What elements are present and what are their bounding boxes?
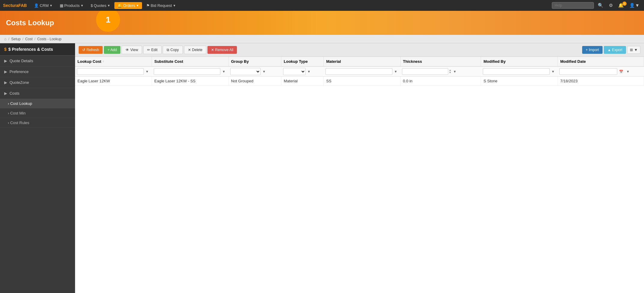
data-table: Lookup Cost ↑ Substitute Cost Group By bbox=[75, 57, 644, 86]
top-navigation: SecturaFAB 👤 CRM ▼ ▦ Products ▼ $ Quotes… bbox=[0, 0, 644, 11]
main-content: ↺ Refresh + Add 👁 View ✏ Edit ⧉ Copy ✕ D… bbox=[75, 43, 644, 293]
sidebar-item-quotezone[interactable]: ▶ QuoteZone bbox=[0, 77, 75, 88]
filter-select-group-by[interactable]: Not Grouped bbox=[230, 68, 261, 75]
home-icon[interactable]: ⌂ bbox=[4, 37, 7, 41]
columns-icon: ⊞ bbox=[630, 48, 633, 52]
toolbar-right: + Import ▲ Export ⊞ ▼ bbox=[582, 46, 640, 54]
table-row[interactable]: Eagle Laser 12KWEagle Laser 12KW - SSNot… bbox=[75, 77, 644, 86]
col-substitute-cost: Substitute Cost bbox=[152, 57, 229, 66]
nav-right-section: 🔍 ⚙ 🔔 0 👤▼ bbox=[552, 2, 641, 9]
filter-date-picker-btn[interactable]: 📅 bbox=[618, 69, 624, 74]
filter-cell-material: ▼ bbox=[324, 66, 401, 77]
nav-crm[interactable]: 👤 CRM ▼ bbox=[31, 2, 56, 9]
col-modified-date: Modified Date bbox=[558, 57, 644, 66]
cell-substitute-cost: Eagle Laser 12KW - SS bbox=[152, 77, 229, 86]
breadcrumb-cost[interactable]: Cost bbox=[25, 37, 33, 41]
view-button[interactable]: 👁 View bbox=[122, 46, 142, 54]
filter-btn-substitute-cost[interactable]: ▼ bbox=[221, 69, 227, 74]
cost-rules-arrow: › bbox=[8, 121, 10, 125]
col-lookup-cost: Lookup Cost ↑ bbox=[75, 57, 152, 66]
settings-icon[interactable]: ⚙ bbox=[607, 2, 614, 9]
filter-btn-group-by[interactable]: ▼ bbox=[261, 69, 267, 74]
quote-details-arrow: ▶ bbox=[4, 59, 7, 63]
crm-icon: 👤 bbox=[34, 3, 39, 8]
filter-input-lookup-cost[interactable] bbox=[77, 68, 144, 75]
import-button[interactable]: + Import bbox=[582, 46, 603, 54]
dollar-icon: $ bbox=[4, 47, 7, 52]
bid-request-icon: ⚑ bbox=[146, 3, 150, 8]
table-header-row: Lookup Cost ↑ Substitute Cost Group By bbox=[75, 57, 644, 66]
sidebar-sub-cost-min[interactable]: › Cost Min bbox=[0, 108, 75, 118]
filter-btn-modified-by[interactable]: ▼ bbox=[550, 69, 556, 74]
filter-input-substitute-cost[interactable] bbox=[154, 68, 221, 75]
notifications-icon-wrap[interactable]: 🔔 0 bbox=[617, 3, 625, 8]
edit-button[interactable]: ✏ Edit bbox=[143, 46, 162, 54]
sidebar-sub-cost-lookup[interactable]: › Cost Lookup bbox=[0, 99, 75, 108]
user-icon[interactable]: 👤▼ bbox=[628, 2, 641, 9]
cell-material: SS bbox=[324, 77, 401, 86]
preference-arrow: ▶ bbox=[4, 69, 7, 74]
thickness-down-arrow[interactable]: ▼ bbox=[449, 72, 451, 74]
sidebar-item-quote-details[interactable]: ▶ Quote Details bbox=[0, 56, 75, 66]
nav-orders[interactable]: 🔔 Orders ▼ bbox=[114, 2, 142, 9]
refresh-button[interactable]: ↺ Refresh bbox=[79, 46, 103, 54]
sidebar-sub-cost-rules[interactable]: › Cost Rules bbox=[0, 118, 75, 128]
col-lookup-type: Lookup Type bbox=[281, 57, 324, 66]
delete-button[interactable]: ✕ Delete bbox=[184, 46, 207, 54]
filter-btn-material[interactable]: ▼ bbox=[393, 69, 399, 74]
search-icon[interactable]: 🔍 bbox=[596, 2, 605, 9]
quotes-icon: $ bbox=[91, 3, 93, 8]
bid-request-arrow: ▼ bbox=[173, 4, 176, 7]
page-title: Costs Lookup bbox=[6, 19, 54, 27]
filter-btn-thickness[interactable]: ▼ bbox=[452, 69, 458, 74]
remove-all-button[interactable]: ✕ Remove All bbox=[207, 46, 237, 54]
nav-products[interactable]: ▦ Products ▼ bbox=[57, 2, 86, 9]
sidebar-item-preference[interactable]: ▶ Preference bbox=[0, 66, 75, 77]
breadcrumb-sep-1: / bbox=[8, 37, 9, 41]
filter-input-modified-by[interactable] bbox=[483, 68, 550, 75]
copy-button[interactable]: ⧉ Copy bbox=[163, 46, 183, 54]
cell-thickness: 0.0 in bbox=[400, 77, 481, 86]
col-group-by: Group By bbox=[228, 57, 281, 66]
sidebar: $ $ Preferences & Costs ▶ Quote Details … bbox=[0, 43, 75, 293]
notification-number-circle: 1 bbox=[96, 11, 120, 32]
filter-input-thickness[interactable] bbox=[402, 68, 448, 75]
filter-cell-lookup-type: Material ▼ bbox=[281, 66, 324, 77]
nav-quotes[interactable]: $ Quotes ▼ bbox=[88, 2, 113, 9]
cost-lookup-arrow: › bbox=[8, 101, 10, 106]
orders-arrow: ▼ bbox=[136, 4, 139, 7]
view-icon: 👁 bbox=[125, 48, 129, 52]
main-layout: $ $ Preferences & Costs ▶ Quote Details … bbox=[0, 43, 644, 293]
cell-group-by: Not Grouped bbox=[228, 77, 281, 86]
columns-button[interactable]: ⊞ ▼ bbox=[627, 46, 640, 54]
filter-cell-group-by: Not Grouped ▼ bbox=[228, 66, 281, 77]
col-modified-by: Modified By bbox=[481, 57, 558, 66]
nav-bid-request[interactable]: ⚑ Bid Request ▼ bbox=[143, 2, 179, 9]
costs-arrow: ▶ bbox=[4, 91, 7, 96]
add-button[interactable]: + Add bbox=[104, 46, 120, 54]
filter-input-material[interactable] bbox=[325, 68, 392, 75]
filter-btn-lookup-cost[interactable]: ▼ bbox=[144, 69, 150, 74]
cell-lookup-type: Material bbox=[281, 77, 324, 86]
banner-decoration bbox=[258, 11, 644, 35]
breadcrumb: ⌂ / Setup / Cost / Costs - Lookup bbox=[0, 35, 644, 43]
export-button[interactable]: ▲ Export bbox=[604, 46, 626, 54]
thickness-stepper[interactable]: ▲ ▼ bbox=[449, 69, 451, 74]
filter-input-modified-date[interactable] bbox=[559, 68, 617, 75]
breadcrumb-sep-2: / bbox=[23, 37, 23, 41]
sidebar-item-costs[interactable]: ▶ Costs bbox=[0, 88, 75, 99]
help-search-input[interactable] bbox=[552, 2, 594, 9]
breadcrumb-setup[interactable]: Setup bbox=[11, 37, 20, 41]
filter-select-lookup-type[interactable]: Material bbox=[283, 68, 306, 75]
columns-dropdown-arrow: ▼ bbox=[634, 48, 638, 52]
quotezone-arrow: ▶ bbox=[4, 80, 7, 85]
breadcrumb-sep-3: / bbox=[35, 37, 35, 41]
refresh-icon: ↺ bbox=[82, 48, 85, 52]
sort-icon-lookup-cost[interactable]: ↑ bbox=[102, 60, 104, 63]
filter-btn-modified-date[interactable]: ▼ bbox=[625, 69, 631, 74]
breadcrumb-costs-lookup: Costs - Lookup bbox=[37, 37, 62, 41]
cost-min-arrow: › bbox=[8, 111, 10, 115]
brand-logo[interactable]: SecturaFAB bbox=[3, 3, 27, 8]
filter-cell-substitute-cost: ▼ bbox=[152, 66, 229, 77]
filter-btn-lookup-type[interactable]: ▼ bbox=[306, 69, 312, 74]
